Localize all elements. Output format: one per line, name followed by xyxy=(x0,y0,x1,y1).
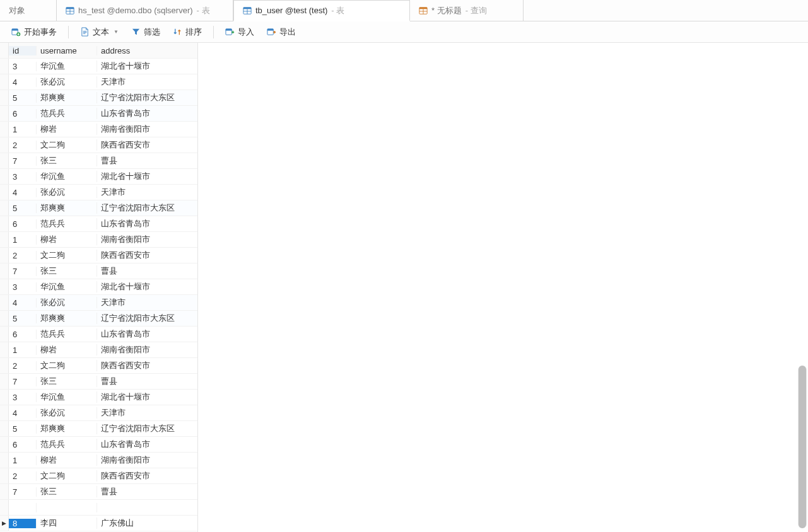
cell-username[interactable]: 张必沉 xyxy=(37,407,97,419)
col-header-username[interactable]: username xyxy=(37,46,97,55)
cell-id[interactable]: 4 xyxy=(9,298,37,308)
cell-username[interactable]: 张三 xyxy=(37,155,97,166)
cell-id[interactable]: 5 xyxy=(9,424,37,434)
cell-address[interactable]: 天津市 xyxy=(97,76,197,88)
cell-username[interactable]: 华沉鱼 xyxy=(37,281,97,292)
cell-address[interactable]: 湖北省十堰市 xyxy=(97,171,197,182)
col-header-address[interactable]: address xyxy=(97,46,197,55)
table-row[interactable]: 2文二狗陕西省西安市 xyxy=(0,248,197,263)
table-row[interactable]: 6范兵兵山东省青岛市 xyxy=(0,216,197,232)
cell-username[interactable]: 文二狗 xyxy=(37,470,97,482)
cell-username[interactable]: 柳岩 xyxy=(37,454,97,466)
cell-id[interactable]: 7 xyxy=(9,267,37,276)
import-button[interactable]: 导入 xyxy=(220,24,259,40)
table-row[interactable]: 5郑爽爽辽宁省沈阳市大东区 xyxy=(0,90,197,106)
tab-query-untitled[interactable]: * 无标题 - 查询 xyxy=(410,0,524,21)
cell-address[interactable]: 辽宁省沈阳市大东区 xyxy=(97,313,197,324)
cell-address[interactable]: 湖南省衡阳市 xyxy=(97,454,197,466)
cell-address[interactable]: 陕西省西安市 xyxy=(97,360,197,371)
table-row[interactable]: 3华沉鱼湖北省十堰市 xyxy=(0,169,197,185)
cell-username[interactable]: 张三 xyxy=(37,486,97,497)
table-row-current[interactable]: 8李四广东佛山 xyxy=(0,516,197,531)
table-row[interactable]: 3华沉鱼湖北省十堰市 xyxy=(0,390,197,405)
export-button[interactable]: 导出 xyxy=(262,24,301,40)
tab-tb-user[interactable]: tb_user @test (test) - 表 xyxy=(233,0,410,21)
table-row[interactable]: 2文二狗陕西省西安市 xyxy=(0,358,197,374)
cell-id[interactable]: 5 xyxy=(9,204,37,213)
cell-id[interactable]: 4 xyxy=(9,408,37,418)
col-header-id[interactable]: id xyxy=(9,46,37,55)
cell-username[interactable]: 华沉鱼 xyxy=(37,171,97,182)
cell-address[interactable]: 山东省青岛市 xyxy=(97,108,197,119)
text-button[interactable]: 文本 ▼ xyxy=(75,24,124,40)
table-row[interactable]: 6范兵兵山东省青岛市 xyxy=(0,327,197,342)
cell-id[interactable]: 1 xyxy=(9,125,37,134)
cell-id[interactable]: 7 xyxy=(9,377,37,386)
cell-username[interactable]: 郑爽爽 xyxy=(37,313,97,324)
cell-address[interactable]: 湖北省十堰市 xyxy=(97,281,197,292)
cell-username[interactable]: 华沉鱼 xyxy=(37,391,97,403)
tab-hs-test[interactable]: hs_test @demo.dbo (sqlserver) - 表 xyxy=(57,0,233,21)
table-row[interactable]: 4张必沉天津市 xyxy=(0,74,197,90)
cell-id[interactable]: 6 xyxy=(9,109,37,119)
table-row[interactable]: 5郑爽爽辽宁省沈阳市大东区 xyxy=(0,311,197,327)
cell-username[interactable]: 文二狗 xyxy=(37,139,97,151)
scrollbar-thumb[interactable] xyxy=(799,366,806,528)
cell-address[interactable]: 天津市 xyxy=(97,297,197,308)
cell-username[interactable]: 张必沉 xyxy=(37,187,97,198)
table-row[interactable]: 5郑爽爽辽宁省沈阳市大东区 xyxy=(0,421,197,437)
cell-id[interactable]: 2 xyxy=(9,141,37,150)
cell-address[interactable]: 山东省青岛市 xyxy=(97,218,197,229)
table-row[interactable]: 5郑爽爽辽宁省沈阳市大东区 xyxy=(0,200,197,216)
cell-address[interactable]: 曹县 xyxy=(97,486,197,497)
cell-address[interactable]: 天津市 xyxy=(97,407,197,419)
table-row[interactable]: 2文二狗陕西省西安市 xyxy=(0,137,197,153)
cell-id[interactable]: 6 xyxy=(9,330,37,339)
cell-address[interactable]: 湖北省十堰市 xyxy=(97,61,197,72)
filter-button[interactable]: 筛选 xyxy=(126,24,165,40)
cell-address[interactable]: 曹县 xyxy=(97,376,197,387)
cell-username[interactable]: 张必沉 xyxy=(37,76,97,88)
data-grid[interactable]: id username address 3华沉鱼湖北省十堰市4张必沉天津市5郑爽… xyxy=(0,43,198,532)
cell-address[interactable]: 广东佛山 xyxy=(97,518,197,529)
cell-id[interactable]: 2 xyxy=(9,471,37,481)
cell-address[interactable]: 辽宁省沈阳市大东区 xyxy=(97,423,197,434)
cell-id[interactable]: 6 xyxy=(9,219,37,229)
cell-address[interactable]: 湖南省衡阳市 xyxy=(97,234,197,245)
table-row[interactable]: 7张三曹县 xyxy=(0,263,197,279)
table-row[interactable]: 3华沉鱼湖北省十堰市 xyxy=(0,59,197,74)
cell-username[interactable]: 郑爽爽 xyxy=(37,423,97,434)
table-row[interactable]: 7张三曹县 xyxy=(0,374,197,390)
table-row[interactable]: 1柳岩湖南省衡阳市 xyxy=(0,453,197,468)
cell-username[interactable]: 张三 xyxy=(37,376,97,387)
table-row[interactable]: 6范兵兵山东省青岛市 xyxy=(0,437,197,453)
cell-id[interactable]: 2 xyxy=(9,251,37,260)
cell-id[interactable]: 3 xyxy=(9,282,37,292)
cell-id[interactable]: 2 xyxy=(9,361,37,371)
tab-objects[interactable]: 对象 xyxy=(0,0,57,21)
table-row[interactable]: 7张三曹县 xyxy=(0,484,197,500)
cell-id[interactable]: 4 xyxy=(9,188,37,197)
cell-address[interactable]: 湖南省衡阳市 xyxy=(97,124,197,135)
cell-id[interactable]: 8 xyxy=(9,519,37,528)
cell-username[interactable] xyxy=(37,503,97,512)
cell-username[interactable]: 张必沉 xyxy=(37,297,97,308)
cell-address[interactable]: 湖北省十堰市 xyxy=(97,391,197,403)
cell-username[interactable]: 范兵兵 xyxy=(37,218,97,229)
table-row[interactable]: 1柳岩湖南省衡阳市 xyxy=(0,232,197,248)
cell-username[interactable]: 文二狗 xyxy=(37,250,97,261)
cell-address[interactable]: 湖南省衡阳市 xyxy=(97,344,197,356)
table-row[interactable]: 4张必沉天津市 xyxy=(0,185,197,200)
cell-address[interactable]: 山东省青岛市 xyxy=(97,439,197,450)
cell-address[interactable]: 陕西省西安市 xyxy=(97,250,197,261)
cell-address[interactable]: 山东省青岛市 xyxy=(97,328,197,340)
cell-address[interactable]: 陕西省西安市 xyxy=(97,470,197,482)
table-row[interactable]: 6范兵兵山东省青岛市 xyxy=(0,106,197,122)
cell-address[interactable]: 曹县 xyxy=(97,265,197,277)
vertical-scrollbar[interactable] xyxy=(798,366,807,528)
cell-address[interactable]: 曹县 xyxy=(97,155,197,166)
table-row[interactable]: 4张必沉天津市 xyxy=(0,295,197,311)
cell-id[interactable]: 7 xyxy=(9,156,37,166)
table-row[interactable]: 7张三曹县 xyxy=(0,153,197,169)
cell-username[interactable]: 柳岩 xyxy=(37,344,97,356)
